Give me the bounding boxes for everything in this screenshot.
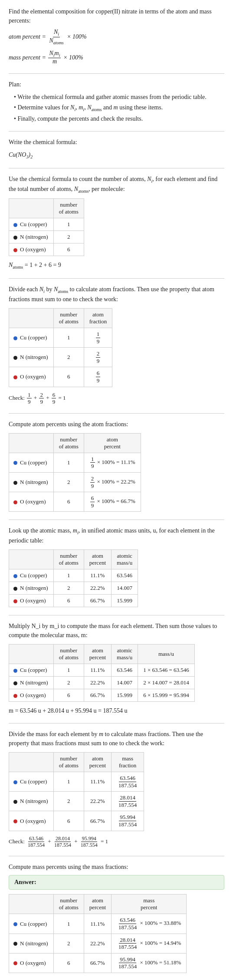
element-cu-1: Cu (copper) [9,218,54,231]
table-row: N (nitrogen) 2 22.2% 28.014187.554 × 100… [9,934,187,953]
ap-col-atoms: numberof atoms [53,433,84,453]
am-col-pct: atompercent [84,550,111,569]
cu-dot-7 [13,922,17,926]
atomic-mass-intro: Look up the atomic mass, mi, in unified … [9,526,224,545]
divider-4 [9,278,224,279]
final-table: numberof atoms atompercent masspercent C… [9,894,187,973]
ap-n-el: N (nitrogen) [9,472,54,492]
count-intro: Use the chemical formula to count the nu… [9,174,224,194]
mc-n-el: N (nitrogen) [9,677,54,689]
am-col-atoms: numberof atoms [53,550,84,569]
table-row: O (oxygen) 6 [9,243,84,256]
mc-n-amass: 14.007 [112,677,138,689]
mf-col-frac: massfraction [112,753,144,772]
frac-col-el [9,308,54,328]
mc-cu-amass: 63.546 [112,664,138,677]
element-n-1: N (nitrogen) [9,231,54,243]
am-n-pct: 22.2% [84,582,111,595]
n-dot-4 [13,587,17,591]
final-intro: Compute mass percents using the mass fra… [9,862,224,871]
am-n-mass: 14.007 [112,582,138,595]
table-row: N (nitrogen) 2 22.2% 14.007 [9,582,138,595]
atomic-mass-section: Look up the atomic mass, mi, in unified … [9,526,224,607]
mc-cu-pct: 11.1% [84,664,111,677]
mf-n-el: N (nitrogen) [9,792,54,811]
table-row: N (nitrogen) 2 29 × 100% = 22.2% [9,472,141,492]
mc-cu-mass: 1 × 63.546 = 63.546 [138,664,195,677]
fin-cu-atoms: 1 [53,914,84,934]
col-atoms-1: numberof atoms [53,199,84,218]
fin-o-mass-pct: 95.994187.554 × 100% = 51.18% [112,953,187,973]
final-section: Compute mass percents using the mass fra… [9,862,224,973]
answer-label: Answer: [14,879,36,885]
fraction-section: Divide each Ni by Natoms to calculate at… [9,285,224,405]
plan-list: Write the chemical formula and gather at… [14,92,224,123]
answer-box: Answer: [9,875,224,890]
am-n-atoms: 2 [53,582,84,595]
fin-o-atom-pct: 66.7% [84,953,111,973]
atom-percent-table: numberof atoms atompercent Cu (copper) 1… [9,433,141,512]
n-dot-2 [13,356,17,360]
o-dot-4 [13,599,17,603]
mf-col-atoms: numberof atoms [53,753,84,772]
table-row: O (oxygen) 6 66.7% 95.994187.554 [9,811,144,831]
am-o-pct: 66.7% [84,595,111,607]
mf-o-frac: 95.994187.554 [112,811,144,831]
fin-n-el: N (nitrogen) [9,934,54,953]
ap-n-atoms: 2 [53,472,84,492]
frac-cu-atoms: 1 [53,328,84,347]
mass-frac-intro: Divide the mass for each element by m to… [9,730,224,748]
mc-o-amass: 15.999 [112,689,138,702]
fraction-intro: Divide each Ni by Natoms to calculate at… [9,285,224,304]
fin-cu-mass-pct: 63.546187.554 × 100% = 33.88% [112,914,187,934]
mf-n-atoms: 2 [53,792,84,811]
frac-n-atoms: 2 [53,348,84,367]
am-o-mass: 15.999 [112,595,138,607]
ap-cu-atoms: 1 [53,453,84,472]
cu-dot-6 [13,780,17,784]
fin-n-atom-pct: 22.2% [84,934,111,953]
count-table: numberof atoms Cu (copper) 1 N (nitrogen… [9,198,84,256]
table-row: Cu (copper) 1 [9,218,84,231]
n-dot-7 [13,942,17,946]
mc-n-mass: 2 × 14.007 = 28.014 [138,677,195,689]
atomic-mass-table: numberof atoms atompercent atomicmass/u … [9,549,138,607]
frac-col-frac: atomfraction [84,308,112,328]
fin-cu-el: Cu (copper) [9,914,54,934]
mf-cu-frac: 63.546187.554 [112,772,144,792]
mc-o-el: O (oxygen) [9,689,54,702]
n-dot-5 [13,681,17,685]
divider-5 [9,413,224,414]
count-section: Use the chemical formula to count the nu… [9,174,224,270]
mf-o-el: O (oxygen) [9,811,54,831]
plan-item-1: Write the chemical formula and gather at… [14,92,224,102]
frac-cu-el: Cu (copper) [9,328,54,347]
mc-col-pct: atompercent [84,645,111,664]
mc-o-mass: 6 × 15.999 = 95.994 [138,689,195,702]
cu-atoms-1: 1 [53,218,84,231]
ap-n-pct: 29 × 100% = 22.2% [84,472,141,492]
mass-table: numberof atoms atompercent atomicmass/u … [9,644,195,702]
plan-item-2: Determine values for Ni, mi, Natoms and … [14,103,224,113]
mf-o-pct: 66.7% [84,811,111,831]
mc-n-atoms: 2 [53,677,84,689]
fin-col-el [9,894,54,914]
table-row: O (oxygen) 6 69 × 100% = 66.7% [9,492,141,512]
fin-n-mass-pct: 28.014187.554 × 100% = 14.94% [112,934,187,953]
mf-n-frac: 28.014187.554 [112,792,144,811]
frac-n-el: N (nitrogen) [9,348,54,367]
plan-section: Plan: Write the chemical formula and gat… [9,80,224,123]
mf-col-pct: atompercent [84,753,111,772]
table-row: O (oxygen) 6 66.7% 15.999 6 × 15.999 = 9… [9,689,195,702]
col-element-1 [9,199,54,218]
am-o-el: O (oxygen) [9,595,54,607]
formula-label: Write the chemical formula: [9,138,224,147]
o-dot-3 [13,500,17,504]
mass-frac-table: numberof atoms atompercent massfraction … [9,752,144,831]
am-o-atoms: 6 [53,595,84,607]
am-cu-atoms: 1 [53,569,84,582]
cu-dot-3 [13,461,17,465]
mc-cu-atoms: 1 [53,664,84,677]
fraction-table: numberof atoms atomfraction Cu (copper) … [9,308,112,387]
o-dot-1 [13,248,17,252]
